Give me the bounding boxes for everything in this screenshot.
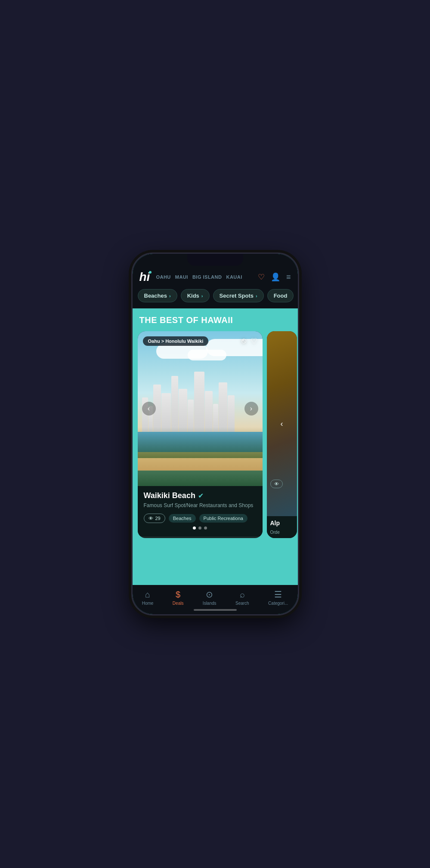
eye-icon: 👁	[148, 516, 153, 521]
share-icon[interactable]: ⎋	[241, 336, 246, 346]
dollar-icon: $	[176, 590, 180, 600]
phone-shell: hi OAHU MAUI BIG ISLAND KAUAI ♡ 👤 ≡ Beac…	[131, 252, 299, 616]
categories-bar: Beaches › Kids › Secret Spots › Food	[133, 289, 298, 308]
nav-islands-label: Islands	[203, 601, 217, 606]
card-next-button[interactable]: ›	[244, 402, 258, 416]
peek-card: ‹ 👁 Alp Orde	[267, 331, 297, 538]
cat-beaches[interactable]: Beaches ›	[138, 289, 177, 302]
card-title-row: Waikiki Beach ✔	[144, 491, 257, 500]
section-title: THE BEST OF HAWAII	[133, 308, 298, 331]
cat-secret-spots-arrow: ›	[256, 293, 257, 299]
app-logo: hi	[139, 270, 150, 284]
card-dots	[144, 523, 257, 531]
categories-icon: ☰	[274, 589, 282, 600]
profile-icon[interactable]: 👤	[271, 272, 280, 282]
views-badge: 👁 29	[144, 514, 165, 523]
card-image-area: Oahu > Honolulu Waikiki ⎋ ♡ ‹ ›	[138, 331, 263, 486]
peek-card-image: ‹ 👁	[267, 331, 297, 516]
nav-bigisland[interactable]: BIG ISLAND	[192, 274, 222, 280]
buildings	[138, 372, 263, 432]
cat-beaches-label: Beaches	[144, 292, 167, 299]
main-content: THE BEST OF HAWAII	[133, 308, 298, 585]
peek-card-subtitle: Orde	[267, 530, 297, 538]
card-actions: ⎋ ♡	[241, 336, 257, 346]
building-9	[205, 391, 213, 432]
building-11	[219, 382, 227, 432]
building-12	[228, 395, 235, 432]
like-icon[interactable]: ♡	[251, 336, 257, 346]
building-4	[161, 393, 171, 432]
cat-secret-spots-label: Secret Spots	[220, 292, 254, 299]
cat-secret-spots[interactable]: Secret Spots ›	[213, 289, 264, 302]
card-title: Waikiki Beach	[144, 491, 195, 500]
dot-3	[204, 526, 207, 529]
nav-search-label: Search	[235, 601, 249, 606]
home-icon: ⌂	[145, 590, 150, 600]
tag-public[interactable]: Public Recreationa	[199, 514, 247, 523]
peek-card-title: Alp	[267, 516, 297, 530]
cat-beaches-arrow: ›	[169, 293, 171, 299]
nav-maui[interactable]: MAUI	[175, 274, 188, 280]
tag-beaches[interactable]: Beaches	[169, 514, 196, 523]
logo-dot	[149, 271, 152, 274]
menu-icon[interactable]: ≡	[286, 273, 291, 282]
cards-row: Oahu > Honolulu Waikiki ⎋ ♡ ‹ › W	[133, 331, 298, 538]
card-info: Waikiki Beach ✔ Famous Surf Spot/Near Re…	[138, 486, 263, 536]
cat-food-label: Food	[274, 292, 288, 299]
dot-2	[198, 526, 201, 529]
cat-kids-label: Kids	[187, 292, 199, 299]
nav-categories[interactable]: ☰ Categori...	[268, 589, 288, 606]
verified-badge: ✔	[198, 492, 204, 500]
screen: hi OAHU MAUI BIG ISLAND KAUAI ♡ 👤 ≡ Beac…	[133, 254, 298, 614]
peek-eye-badge: 👁	[270, 480, 283, 488]
peek-nav-left[interactable]: ‹	[281, 419, 283, 428]
card-tags-row: 👁 29 Beaches Public Recreationa	[144, 514, 257, 523]
cat-kids-arrow: ›	[201, 293, 203, 299]
palms	[138, 427, 263, 458]
home-indicator	[194, 609, 237, 611]
cat-food[interactable]: Food	[267, 289, 294, 302]
search-icon: ⌕	[240, 590, 245, 600]
main-card: Oahu > Honolulu Waikiki ⎋ ♡ ‹ › W	[138, 331, 263, 538]
cat-kids[interactable]: Kids ›	[181, 289, 210, 302]
building-6	[179, 389, 187, 432]
nav-deals[interactable]: $ Deals	[173, 590, 184, 606]
waikiki-scene	[138, 331, 263, 486]
dot-1	[193, 526, 196, 529]
views-count: 29	[155, 516, 161, 521]
notch	[187, 254, 243, 266]
nav-oahu[interactable]: OAHU	[156, 274, 170, 280]
nav-islands[interactable]: ⊙ Islands	[203, 589, 217, 606]
heart-icon[interactable]: ♡	[258, 272, 265, 282]
location-icon: ⊙	[206, 589, 213, 600]
location-badge[interactable]: Oahu > Honolulu Waikiki	[143, 336, 209, 346]
building-5	[171, 376, 178, 432]
nav-kauai[interactable]: KAUAI	[226, 274, 242, 280]
building-8	[194, 372, 204, 432]
nav-links: OAHU MAUI BIG ISLAND KAUAI	[156, 274, 254, 280]
header-icons: ♡ 👤 ≡	[258, 272, 291, 282]
nav-home[interactable]: ⌂ Home	[142, 590, 154, 606]
nav-search[interactable]: ⌕ Search	[235, 590, 249, 606]
nav-home-label: Home	[142, 601, 154, 606]
card-description: Famous Surf Spot/Near Restaurants and Sh…	[144, 502, 257, 509]
nav-categories-label: Categori...	[268, 601, 288, 606]
nav-deals-label: Deals	[173, 601, 184, 606]
card-prev-button[interactable]: ‹	[142, 402, 156, 416]
